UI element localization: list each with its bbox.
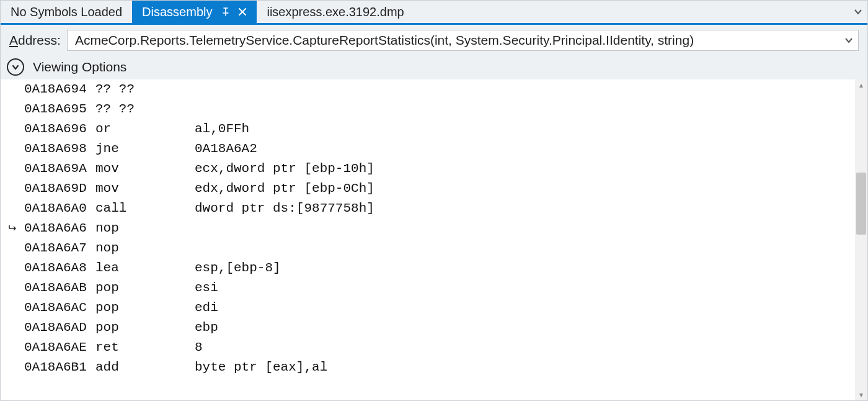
disassembly-row[interactable]: 0A18A6ABpopesi — [4, 278, 855, 298]
mnemonic-cell: pop — [95, 318, 195, 338]
tab-label: Disassembly — [142, 5, 212, 19]
disassembly-row[interactable]: 0A18A6B1addbyte ptr [eax],al — [4, 358, 855, 377]
address-combobox[interactable] — [67, 30, 859, 51]
mnemonic-cell: pop — [95, 278, 195, 298]
scroll-up-arrow-icon[interactable]: ▴ — [855, 79, 867, 91]
disassembly-listing[interactable]: 0A18A694?? ??0A18A695?? ??0A18A696oral,0… — [1, 79, 855, 400]
operands-cell: dword ptr ds:[9877758h] — [195, 199, 855, 219]
address-cell: 0A18A6AE — [24, 338, 95, 358]
address-cell: 0A18A6AD — [24, 318, 95, 338]
address-cell: 0A18A69D — [24, 179, 95, 199]
instruction-pointer-icon — [4, 223, 24, 234]
address-cell: 0A18A6AB — [24, 278, 95, 298]
address-cell: 0A18A6A8 — [24, 258, 95, 278]
address-label: Address: — [9, 33, 61, 48]
disassembly-row[interactable]: 0A18A695?? ?? — [4, 99, 855, 119]
viewing-options-row: Viewing Options — [1, 56, 867, 79]
tab-dump-file[interactable]: iisexpress.exe.3192.dmp — [257, 1, 414, 23]
listing-area: 0A18A694?? ??0A18A695?? ??0A18A696oral,0… — [1, 79, 867, 400]
mnemonic-cell: nop — [95, 219, 195, 238]
operands-cell: byte ptr [eax],al — [195, 358, 855, 377]
operands-cell: esi — [195, 278, 855, 298]
disassembly-pane: No Symbols Loaded Disassembly iisexpress… — [0, 0, 868, 401]
disassembly-row[interactable]: 0A18A69Dmovedx,dword ptr [ebp-0Ch] — [4, 179, 855, 199]
address-cell: 0A18A696 — [24, 119, 95, 139]
disassembly-row[interactable]: 0A18A6ACpopedi — [4, 298, 855, 318]
disassembly-row[interactable]: 0A18A696oral,0FFh — [4, 119, 855, 139]
operands-cell: esp,[ebp-8] — [195, 258, 855, 278]
vertical-scrollbar[interactable]: ▴ ▾ — [855, 79, 867, 400]
address-cell: 0A18A698 — [24, 139, 95, 159]
address-cell: 0A18A695 — [24, 99, 95, 119]
mnemonic-cell: or — [95, 119, 195, 139]
address-cell: 0A18A6A7 — [24, 238, 95, 258]
disassembly-row[interactable]: 0A18A6A6nop — [4, 219, 855, 238]
disassembly-row[interactable]: 0A18A6ADpopebp — [4, 318, 855, 338]
mnemonic-cell: ?? ?? — [95, 79, 195, 99]
operands-cell: 8 — [195, 338, 855, 358]
tab-label: No Symbols Loaded — [11, 5, 122, 19]
operands-cell: al,0FFh — [195, 119, 855, 139]
disassembly-row[interactable]: 0A18A6AEret8 — [4, 338, 855, 358]
address-cell: 0A18A6B1 — [24, 358, 95, 377]
disassembly-row[interactable]: 0A18A6A8leaesp,[ebp-8] — [4, 258, 855, 278]
expand-collapse-button[interactable] — [7, 58, 24, 76]
address-cell: 0A18A6AC — [24, 298, 95, 318]
disassembly-row[interactable]: 0A18A6A7nop — [4, 238, 855, 258]
disassembly-row[interactable]: 0A18A6A0calldword ptr ds:[9877758h] — [4, 199, 855, 219]
tab-overflow-button[interactable] — [849, 1, 867, 23]
operands-cell: 0A18A6A2 — [195, 139, 855, 159]
disassembly-row[interactable]: 0A18A698jne0A18A6A2 — [4, 139, 855, 159]
mnemonic-cell: ?? ?? — [95, 99, 195, 119]
viewing-options-label: Viewing Options — [33, 60, 126, 74]
mnemonic-cell: jne — [95, 139, 195, 159]
scroll-thumb[interactable] — [856, 173, 866, 235]
tab-strip: No Symbols Loaded Disassembly iisexpress… — [1, 1, 867, 23]
close-icon[interactable] — [238, 7, 247, 16]
mnemonic-cell: lea — [95, 258, 195, 278]
address-input[interactable] — [74, 32, 844, 48]
mnemonic-cell: nop — [95, 238, 195, 258]
chevron-down-icon[interactable] — [844, 36, 853, 45]
tab-no-symbols[interactable]: No Symbols Loaded — [1, 1, 132, 23]
operands-cell: edx,dword ptr [ebp-0Ch] — [195, 179, 855, 199]
mnemonic-cell: mov — [95, 179, 195, 199]
disassembly-row[interactable]: 0A18A69Amovecx,dword ptr [ebp-10h] — [4, 159, 855, 179]
address-cell: 0A18A69A — [24, 159, 95, 179]
address-cell: 0A18A6A6 — [24, 219, 95, 238]
mnemonic-cell: ret — [95, 338, 195, 358]
tab-disassembly[interactable]: Disassembly — [132, 1, 257, 23]
mnemonic-cell: mov — [95, 159, 195, 179]
address-bar: Address: — [1, 25, 867, 56]
operands-cell: ebp — [195, 318, 855, 338]
mnemonic-cell: add — [95, 358, 195, 377]
pin-icon[interactable] — [221, 7, 231, 17]
tab-label: iisexpress.exe.3192.dmp — [267, 5, 404, 19]
operands-cell: ecx,dword ptr [ebp-10h] — [195, 159, 855, 179]
address-cell: 0A18A694 — [24, 79, 95, 99]
scroll-down-arrow-icon[interactable]: ▾ — [855, 389, 867, 400]
operands-cell: edi — [195, 298, 855, 318]
mnemonic-cell: call — [95, 199, 195, 219]
mnemonic-cell: pop — [95, 298, 195, 318]
address-cell: 0A18A6A0 — [24, 199, 95, 219]
disassembly-row[interactable]: 0A18A694?? ?? — [4, 79, 855, 99]
